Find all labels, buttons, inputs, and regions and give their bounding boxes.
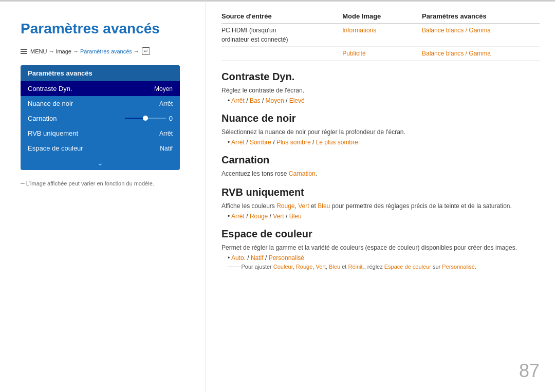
option-personnalise: Personnalisé — [269, 254, 304, 262]
menu-item-espace-label: Espace de couleur — [28, 144, 83, 152]
table-cell-mode1: Informations — [342, 24, 422, 47]
breadcrumb: MENU → Image → Paramètres avancés → ↵ — [21, 47, 185, 55]
rvb-bleu: Bleu — [318, 202, 330, 210]
section-nuance-options: Arrêt / Sombre / Plus sombre / Le plus s… — [228, 139, 540, 146]
menu-panel-title: Paramètres avancés — [21, 65, 180, 81]
section-rvb-desc: Affiche les couleurs Rouge, Vert et Bleu… — [221, 201, 540, 211]
section-nuance: Nuance de noir Sélectionnez la nuance de… — [221, 113, 540, 146]
option-eleve: Elevé — [289, 97, 305, 104]
table-header-params: Paramètres avancés — [422, 10, 540, 24]
section-carnation-desc: Accentuez les tons rose Carnation. — [221, 169, 540, 178]
table-cell-mode2: Publicité — [342, 47, 422, 61]
section-rvb-options: Arrêt / Rouge / Vert / Bleu — [228, 213, 540, 220]
carnation-slider-fill — [125, 118, 145, 119]
menu-icon — [21, 49, 27, 54]
rvb-rouge: Rouge — [276, 202, 294, 210]
subnote-bleu: Bleu — [329, 264, 340, 270]
subnote-vert: Vert — [316, 264, 326, 270]
menu-item-nuance-label: Nuance de noir — [28, 100, 73, 107]
enter-icon: ↵ — [142, 47, 150, 55]
menu-item-espace-value: Natif — [160, 145, 173, 152]
section-espace-title: Espace de couleur — [221, 228, 540, 240]
option-sombre: Sombre — [250, 139, 271, 146]
section-contraste-desc: Réglez le contraste de l'écran. — [221, 86, 540, 95]
subnote-espace: Espace de couleur — [384, 264, 431, 270]
menu-item-contraste[interactable]: Contraste Dyn. Moyen — [21, 81, 180, 96]
option-arret: Arrêt — [231, 97, 245, 104]
carnation-desc-end: . — [316, 170, 317, 177]
rvb-vert: Vert — [298, 202, 309, 210]
menu-item-rvb-value: Arrêt — [159, 130, 173, 137]
section-contraste: Contraste Dyn. Réglez le contraste de l'… — [221, 71, 540, 104]
table-cell-params1: Balance blancs / Gamma — [422, 24, 540, 47]
breadcrumb-arrow2: → — [73, 48, 79, 54]
section-rvb: RVB uniquement Affiche les couleurs Roug… — [221, 186, 540, 220]
section-espace-desc: Permet de régler la gamme et la variété … — [221, 243, 540, 252]
option-plus-sombre: Plus sombre — [276, 139, 311, 146]
left-panel: Paramètres avancés MENU → Image → Paramè… — [0, 0, 206, 392]
table-cell-source1: PC,HDMI (lorsqu'unordinateur est connect… — [221, 24, 342, 47]
breadcrumb-menu: MENU — [30, 48, 47, 54]
option-rvb-vert: Vert — [273, 213, 284, 220]
menu-item-rvb-label: RVB uniquement — [28, 129, 78, 137]
carnation-slider-bar[interactable] — [125, 118, 166, 119]
menu-item-espace[interactable]: Espace de couleur Natif — [21, 141, 180, 156]
table-row: PC,HDMI (lorsqu'unordinateur est connect… — [221, 24, 540, 47]
option-le-plus-sombre: Le plus sombre — [316, 139, 358, 146]
section-espace-options: Auto. / Natif / Personnalisé — [228, 254, 540, 262]
table-cell-params2: Balance blancs / Gamma — [422, 47, 540, 61]
option-rvb-rouge: Rouge — [250, 213, 268, 220]
option-rvb-bleu: Bleu — [289, 213, 302, 220]
subnote-rouge: Rouge — [296, 264, 312, 270]
menu-panel: Paramètres avancés Contraste Dyn. Moyen … — [21, 65, 180, 170]
option-bas: Bas — [250, 97, 261, 104]
option-rvb-arret: Arrêt — [231, 213, 245, 220]
breadcrumb-arrow1: → — [48, 48, 54, 54]
carnation-desc-plain: Accentuez les tons rose — [221, 170, 289, 177]
carnation-slider-value: 0 — [169, 115, 173, 122]
page-title: Paramètres avancés — [21, 21, 185, 37]
menu-item-carnation-label: Carnation — [28, 115, 57, 122]
menu-item-nuance[interactable]: Nuance de noir Arrêt — [21, 96, 180, 111]
option-auto: Auto. — [231, 254, 246, 262]
breadcrumb-arrow3: → — [134, 48, 139, 54]
table-header-source: Source d'entrée — [221, 10, 342, 24]
menu-item-nuance-value: Arrêt — [159, 100, 173, 107]
section-rvb-title: RVB uniquement — [221, 186, 540, 198]
section-espace: Espace de couleur Permet de régler la ga… — [221, 228, 540, 270]
section-nuance-desc: Sélectionnez la nuance de noir pour régl… — [221, 127, 540, 137]
option-moyen: Moyen — [266, 97, 284, 104]
table-row: Publicité Balance blancs / Gamma — [221, 47, 540, 61]
table-cell-source2 — [221, 47, 342, 61]
breadcrumb-highlight: Paramètres avancés — [80, 48, 132, 54]
carnation-slider-container: 0 — [125, 115, 173, 122]
rvb-desc-plain: Affiche les couleurs — [221, 202, 276, 210]
subnote-couleur: Couleur — [273, 264, 293, 270]
section-contraste-options: Arrêt / Bas / Moyen / Elevé — [228, 97, 540, 104]
carnation-slider-thumb — [143, 116, 148, 121]
section-nuance-title: Nuance de noir — [221, 113, 540, 124]
menu-chevron[interactable]: ⌄ — [21, 156, 180, 170]
menu-item-rvb[interactable]: RVB uniquement Arrêt — [21, 126, 180, 141]
option-nuance-arret: Arrêt — [231, 139, 245, 146]
menu-item-contraste-label: Contraste Dyn. — [28, 85, 72, 92]
option-natif: Natif — [251, 254, 264, 262]
subnote-personnalise: Personnalisé — [442, 264, 475, 270]
left-note: L'image affichée peut varier en fonction… — [21, 180, 185, 186]
breadcrumb-image: Image — [55, 48, 71, 54]
section-carnation: Carnation Accentuez les tons rose Carnat… — [221, 154, 540, 178]
section-carnation-title: Carnation — [221, 154, 540, 166]
right-panel: Source d'entrée Mode Image Paramètres av… — [206, 0, 555, 392]
carnation-desc-orange: Carnation — [289, 170, 316, 177]
subnote-reinit: Réinit. — [348, 264, 364, 270]
menu-item-carnation[interactable]: Carnation 0 — [21, 111, 180, 126]
chevron-down-icon: ⌄ — [97, 159, 103, 167]
table-header-mode: Mode Image — [342, 10, 422, 24]
section-contraste-title: Contraste Dyn. — [221, 71, 540, 83]
menu-item-contraste-value: Moyen — [154, 85, 173, 92]
page-number: 87 — [519, 360, 540, 382]
info-table: Source d'entrée Mode Image Paramètres av… — [221, 10, 540, 61]
section-espace-subnote: Pour ajuster Couleur, Rouge, Vert, Bleu … — [228, 264, 540, 270]
